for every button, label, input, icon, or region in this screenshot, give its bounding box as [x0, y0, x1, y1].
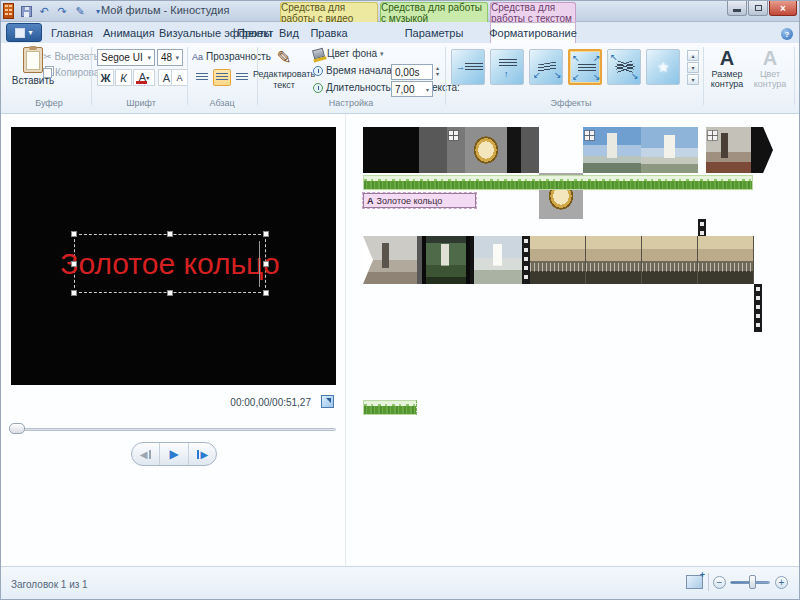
- contextual-header-music[interactable]: Средства для работы с музыкой: [380, 2, 488, 22]
- paste-clipboard-icon: [23, 47, 43, 73]
- effect-fly-in-tile[interactable]: →: [451, 49, 485, 85]
- align-left-button[interactable]: [193, 69, 211, 86]
- timeline-track-2[interactable]: [363, 236, 763, 284]
- help-icon[interactable]: ?: [781, 28, 793, 40]
- tab-parametry[interactable]: Параметры: [401, 22, 467, 43]
- thumbnail-size-icon[interactable]: [686, 575, 703, 589]
- video-clip[interactable]: [507, 127, 521, 173]
- start-time-spinner[interactable]: ▴ ▾: [436, 65, 439, 77]
- resize-handle-sw[interactable]: [71, 290, 77, 296]
- seek-bar[interactable]: [9, 423, 336, 435]
- next-frame-button[interactable]: ▶: [189, 443, 216, 465]
- resize-handle-w[interactable]: [71, 261, 77, 267]
- fullscreen-preview-icon[interactable]: [321, 395, 334, 408]
- resize-handle-s[interactable]: [167, 290, 173, 296]
- previous-frame-button[interactable]: ◀: [132, 443, 160, 465]
- italic-button[interactable]: К: [115, 69, 132, 86]
- resize-handle-nw[interactable]: [71, 231, 77, 237]
- text-clip-selected[interactable]: А Золотое кольцо: [363, 193, 476, 208]
- zoom-out-button[interactable]: −: [713, 576, 726, 589]
- file-menu-button[interactable]: ▾: [6, 23, 42, 42]
- clip-frames-marker: [449, 131, 459, 141]
- corner-arrow-icon: ↖: [572, 54, 580, 63]
- effect-emphasis-tile-selected[interactable]: ↖ ↗ ↙ ↘: [568, 49, 602, 85]
- duration-input[interactable]: 7,00 ▾: [391, 81, 433, 97]
- gallery-scroll-up[interactable]: ▴: [687, 50, 699, 61]
- font-color-button[interactable]: А ▾: [133, 69, 155, 86]
- transparency-button[interactable]: Аа Прозрачность: [192, 51, 271, 62]
- outline-size-label: Размер контура: [706, 69, 748, 90]
- shrink-font-button[interactable]: А: [171, 69, 188, 86]
- play-button[interactable]: ▶: [160, 443, 188, 465]
- title-text[interactable]: Золотое кольцо: [75, 235, 265, 292]
- outline-size-button[interactable]: А Размер контура: [706, 47, 748, 90]
- effect-rise-up-tile[interactable]: ↑: [490, 49, 524, 85]
- tab-vid[interactable]: Вид: [273, 22, 305, 43]
- restore-button[interactable]: [748, 1, 768, 16]
- save-button[interactable]: [19, 4, 33, 18]
- audio-waveform-track-2[interactable]: [363, 400, 417, 415]
- start-time-input[interactable]: 0,00s: [391, 64, 433, 80]
- zoom-in-button[interactable]: +: [775, 576, 788, 589]
- edit-pencil-icon: ✎: [276, 47, 291, 69]
- video-clip[interactable]: [530, 236, 586, 284]
- redo-button[interactable]: ↷: [55, 4, 69, 18]
- gallery-scroll-down[interactable]: ▾: [687, 62, 699, 73]
- duration-field: Длительность показа текста:: [313, 82, 460, 93]
- seek-track[interactable]: [9, 428, 336, 431]
- resize-handle-se[interactable]: [263, 290, 269, 296]
- effect-lines-icon: [465, 63, 483, 71]
- edit-text-button[interactable]: ✎ Редактировать текст: [261, 47, 307, 91]
- resize-handle-e[interactable]: [263, 261, 269, 267]
- contextual-header-text[interactable]: Средства для работы с текстом: [490, 2, 576, 22]
- video-clip[interactable]: [641, 127, 698, 173]
- font-size-combo[interactable]: 48 ▾: [157, 49, 183, 66]
- outline-color-button[interactable]: А Цвет контура: [749, 47, 791, 90]
- align-right-button[interactable]: [233, 69, 251, 86]
- minimize-button[interactable]: [727, 1, 747, 16]
- effect-cross-zoom-tile[interactable]: ↖ ↘: [607, 49, 641, 85]
- qat-extra-button[interactable]: ✎: [73, 4, 87, 18]
- video-clip[interactable]: [521, 127, 539, 173]
- zoom-slider-thumb[interactable]: [749, 575, 756, 589]
- resize-handle-n[interactable]: [167, 231, 173, 237]
- timeline-track-1[interactable]: [363, 127, 773, 173]
- tab-pravka[interactable]: Правка: [304, 22, 354, 43]
- undo-button[interactable]: ↶: [37, 4, 51, 18]
- spin-down-icon: ▾: [436, 71, 439, 77]
- video-clip[interactable]: [642, 236, 698, 284]
- status-bar: Заголовок 1 из 1 − +: [1, 566, 800, 600]
- resize-handle-ne[interactable]: [263, 231, 269, 237]
- corner-arrow-icon: ↘: [554, 71, 562, 80]
- tab-animaciya[interactable]: Анимация: [97, 22, 161, 43]
- align-center-button[interactable]: [213, 69, 231, 86]
- video-clip[interactable]: [474, 236, 522, 284]
- bold-button[interactable]: Ж: [97, 69, 114, 86]
- video-clip[interactable]: [586, 236, 642, 284]
- video-clip[interactable]: [363, 127, 419, 173]
- effect-sparkle-tile[interactable]: ★: [646, 49, 680, 85]
- gallery-more-button[interactable]: ▾: [687, 74, 699, 85]
- contextual-header-video[interactable]: Средства для работы с видео: [280, 2, 378, 22]
- video-clip[interactable]: [698, 236, 754, 284]
- seek-thumb[interactable]: [9, 423, 25, 434]
- video-clip[interactable]: [363, 236, 417, 284]
- text-caret: [259, 241, 260, 287]
- background-color-button[interactable]: Цвет фона ▾: [313, 48, 384, 59]
- align-right-icon: [236, 73, 248, 82]
- tab-glavnaya[interactable]: Главная: [45, 22, 99, 43]
- effect-swing-tile[interactable]: ↙ ↘: [529, 49, 563, 85]
- video-clip[interactable]: [422, 236, 470, 284]
- preview-monitor[interactable]: Золотое кольцо: [11, 127, 336, 385]
- effects-gallery-scroll: ▴ ▾ ▾: [687, 50, 699, 85]
- close-button[interactable]: ×: [769, 1, 797, 16]
- audio-waveform-track-1[interactable]: [363, 175, 753, 190]
- corner-arrow-icon: ↖: [610, 53, 618, 62]
- video-clip[interactable]: [419, 127, 447, 173]
- tab-formatirovanie[interactable]: Форматирование: [490, 22, 576, 43]
- video-clip[interactable]: [465, 127, 507, 173]
- title-text-box[interactable]: Золотое кольцо: [74, 234, 266, 293]
- app-filmstrip-icon[interactable]: [3, 3, 14, 19]
- tab-proekt[interactable]: Проект: [231, 22, 279, 43]
- font-family-combo[interactable]: Segoe UI ▾: [97, 49, 155, 66]
